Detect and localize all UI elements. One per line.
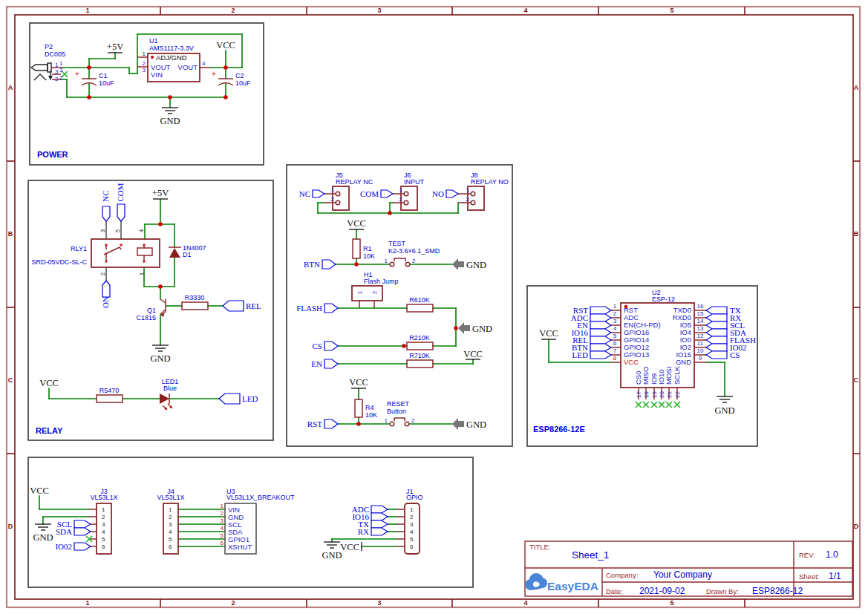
frame-col-3-bottom: 3 xyxy=(377,599,381,607)
h1-jumper[interactable]: 1 2 H1 Flash Jump xyxy=(352,271,399,308)
vcc-netflag-gpio[interactable]: VCC xyxy=(340,542,362,552)
company-value[interactable]: Your Company xyxy=(653,569,712,580)
u2-pin10-num: 10 xyxy=(697,347,704,354)
frame-col-4-bottom: 4 xyxy=(523,599,527,607)
u3-breakout[interactable]: U3 VL53L1X_BREAKOUT 1 2 3 4 5 6 VIN GND … xyxy=(221,488,296,554)
r2-resistor[interactable]: R210K xyxy=(407,334,433,350)
u1-value: AMS1117-3.3V xyxy=(149,45,194,52)
vcc-netflag-r4[interactable]: VCC xyxy=(349,377,368,388)
j1-pin5: 5 xyxy=(410,536,414,543)
gpio-netflags[interactable]: ADC IO16 TX RX xyxy=(352,505,388,536)
c2-capacitor[interactable]: + C2 10uF xyxy=(212,70,251,87)
u3-pin4-num: 4 xyxy=(221,525,224,532)
cs-netflag[interactable]: CS xyxy=(313,342,338,350)
gnd-symbol-esp[interactable]: GND xyxy=(714,396,734,416)
nc-flag-label-io: NC xyxy=(299,189,310,198)
j6-connector[interactable]: 1 2 J6 INPUT xyxy=(393,172,425,210)
esp-left-netflags[interactable]: RST ADC EN IO16 REL BTN LED xyxy=(571,306,611,359)
gnd-symbol-relay[interactable]: GND xyxy=(150,345,170,364)
nc-netflag-io[interactable]: NC xyxy=(299,189,324,198)
io02-flag-label: IO02 xyxy=(55,542,72,551)
r7-resistor[interactable]: R710K xyxy=(407,352,433,368)
com-netflag-io[interactable]: COM xyxy=(360,189,393,198)
io02-netflag-sensor[interactable]: IO02 xyxy=(55,542,91,551)
vcc-netflag-esp[interactable]: VCC xyxy=(539,328,558,339)
c1-capacitor[interactable]: + C1 10uF xyxy=(75,70,114,87)
vcc-netflag-r1[interactable]: VCC xyxy=(347,218,366,229)
relay-section[interactable]: RELAY NC COM ON +5V xyxy=(28,180,273,440)
io-wires[interactable] xyxy=(318,203,473,424)
drawn-by-value[interactable]: ESP8266-12 xyxy=(752,586,803,596)
gnd-flag-reset[interactable]: GND xyxy=(452,418,486,430)
r5-resistor[interactable]: R5470 xyxy=(97,387,123,402)
io-section[interactable]: 1 2 J5 REPLAY NC NC 1 2 J6 INPUT COM 1 xyxy=(287,165,512,446)
r4-resistor[interactable]: R4 10K xyxy=(355,399,377,419)
schematic-canvas[interactable]: 1 2 3 4 5 1 2 3 4 5 A B C D A B C D POWE… xyxy=(0,0,868,614)
vcc-netflag-relay[interactable]: VCC xyxy=(39,378,59,388)
date-value[interactable]: 2021-09-02 xyxy=(639,586,685,596)
plus5v-netflag-power[interactable]: +5V xyxy=(107,42,123,53)
j3-pin5: 5 xyxy=(102,536,105,543)
nc-netflag[interactable]: NC xyxy=(101,190,110,221)
led1-led[interactable]: LED1 Blue xyxy=(160,378,178,410)
flash-netflag[interactable]: FLASH xyxy=(296,304,338,313)
r1-resistor[interactable]: R1 10K xyxy=(353,239,375,260)
test-button[interactable]: 1 2 TEST K2-3.6×6.1_SMD xyxy=(385,240,440,267)
sda-netflag-sensor[interactable]: SDA xyxy=(56,527,91,536)
plus5v-netflag-relay[interactable]: +5V xyxy=(152,188,169,199)
gnd-symbol-gpio[interactable]: GND xyxy=(322,542,342,561)
rst-netflag[interactable]: RST xyxy=(307,419,338,428)
r5-label: R5470 xyxy=(99,387,120,394)
j4-connector[interactable]: J4 VL53L1X 1 2 3 4 5 6 xyxy=(157,488,184,554)
company-label: Company: xyxy=(606,571,638,579)
sheet-value[interactable]: 1/1 xyxy=(829,571,841,581)
q1-transistor[interactable]: Q1 C1815 xyxy=(136,299,166,321)
j3-connector[interactable]: J3 VL53L1X 1 2 3 4 5 6 xyxy=(89,488,118,554)
frame-col-1-top: 1 xyxy=(85,7,89,14)
sensor-section[interactable]: VCC GND J3 VL53L1X 1 2 3 4 5 6 SCL xyxy=(28,457,473,587)
power-section[interactable]: POWER P2 DC005 1 1 3 3 2 2 xyxy=(30,23,264,165)
rly1-relay[interactable]: 3 5 4 2 1 RLY1 SRD-05VDC-SL-C xyxy=(31,221,160,281)
j8-connector[interactable]: 1 2 J8 REPLAY NO xyxy=(458,172,509,210)
on-netflag[interactable]: ON xyxy=(101,281,110,308)
rev-value[interactable]: 1.0 xyxy=(826,549,838,560)
p2-connector[interactable]: P2 DC005 1 1 3 3 2 2 xyxy=(31,43,68,82)
com-netflag[interactable]: COM xyxy=(116,183,125,221)
title-block[interactable]: TITLE: Sheet_1 REV: 1.0 Company: Your Co… xyxy=(525,541,852,596)
no-netflag-io[interactable]: NO xyxy=(432,189,458,198)
r7-label: R710K xyxy=(409,352,430,359)
u1-regulator[interactable]: U1 AMS1117-3.3V 1 2 3 4 ADJ/GND VOUT VIN… xyxy=(137,37,210,82)
schematic-sheet: 1 2 3 4 5 1 2 3 4 5 A B C D A B C D POWE… xyxy=(0,0,868,614)
gnd-symbol-sensor[interactable]: GND xyxy=(33,524,53,543)
gnd-flag-r6[interactable]: GND xyxy=(458,322,492,334)
r6-resistor[interactable]: R610K xyxy=(407,296,433,312)
sheet-title[interactable]: Sheet_1 xyxy=(572,549,609,561)
p2-value: DC005 xyxy=(45,50,65,58)
vcc-netflag-power[interactable]: VCC xyxy=(216,40,235,50)
frame-col-3-top: 3 xyxy=(377,7,381,14)
r3-resistor[interactable]: R3330 xyxy=(182,294,208,310)
rel-netflag[interactable]: REL xyxy=(223,301,261,311)
u2-pin8-num: 8 xyxy=(613,355,617,362)
sensor-section-box[interactable] xyxy=(28,457,473,587)
j1-connector[interactable]: J1 GPIO 1 2 3 4 5 6 xyxy=(397,488,423,554)
gnd-symbol-power[interactable]: GND xyxy=(160,108,180,126)
h1-value: Flash Jump xyxy=(364,278,399,285)
j1-pin1: 1 xyxy=(410,506,414,513)
p2-pin2-num-a: 2 xyxy=(55,76,59,82)
r4-value: 10K xyxy=(365,411,377,419)
btn-netflag[interactable]: BTN xyxy=(304,260,336,269)
vcc-netflag-r7[interactable]: VCC xyxy=(463,349,483,359)
u1-pin2-num: 2 xyxy=(143,60,146,67)
rly1-ref: RLY1 xyxy=(71,245,87,252)
esp-right-netflags[interactable]: TX RX SCL SDA FLASH IO02 CS xyxy=(706,306,756,359)
vcc-netflag-sensor[interactable]: VCC xyxy=(30,486,49,496)
reset-button[interactable]: 1 2 RESET Button xyxy=(385,400,415,426)
drawn-by-label: Drawn By: xyxy=(706,587,739,595)
led-netflag[interactable]: LED xyxy=(219,393,258,404)
esp-section[interactable]: ESP8266-12E U2 ESP-12 1 2 3 4 5 6 7 8 RS… xyxy=(527,286,757,446)
en-netflag[interactable]: EN xyxy=(311,359,338,368)
u2-esp12[interactable]: U2 ESP-12 1 2 3 4 5 6 7 8 RST ADC EN(CH-… xyxy=(609,289,706,408)
gnd-flag-test[interactable]: GND xyxy=(452,258,486,270)
u2-pin20-num: 20 xyxy=(659,391,665,398)
